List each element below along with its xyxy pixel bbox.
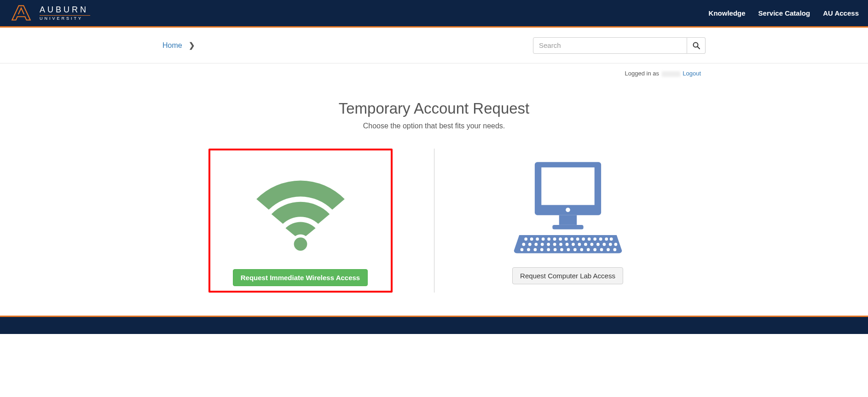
svg-point-53	[607, 248, 610, 251]
svg-point-34	[584, 242, 587, 246]
svg-point-51	[593, 248, 596, 251]
svg-point-27	[540, 242, 544, 246]
brand-name: AUBURN	[40, 6, 90, 14]
breadcrumb: Home ❯	[162, 41, 195, 50]
search	[533, 37, 706, 54]
search-input[interactable]	[533, 37, 687, 54]
svg-point-52	[600, 248, 603, 251]
svg-point-5	[566, 207, 570, 212]
svg-point-40	[520, 248, 523, 251]
svg-point-41	[527, 248, 530, 251]
header: AUBURN UNIVERSITY Knowledge Service Cata…	[0, 0, 868, 28]
subheader: Home ❯	[0, 28, 868, 63]
svg-point-44	[547, 248, 550, 251]
page-title: Temporary Account Request	[172, 100, 696, 117]
svg-point-39	[614, 242, 617, 246]
nav-au-access[interactable]: AU Access	[823, 9, 859, 17]
svg-point-49	[580, 248, 583, 251]
svg-point-46	[560, 248, 563, 251]
brand-logo[interactable]: AUBURN UNIVERSITY	[9, 3, 90, 23]
breadcrumb-home[interactable]: Home	[162, 41, 182, 50]
request-lab-button[interactable]: Request Computer Lab Access	[512, 267, 623, 284]
svg-point-38	[608, 242, 612, 246]
search-icon	[693, 42, 700, 49]
svg-point-37	[602, 242, 606, 246]
search-button[interactable]	[687, 37, 706, 54]
svg-rect-4	[541, 167, 594, 205]
footer	[0, 316, 868, 334]
svg-point-9	[530, 237, 533, 241]
svg-point-54	[613, 248, 616, 251]
main-content: Temporary Account Request Choose the opt…	[162, 100, 706, 311]
svg-point-12	[547, 237, 550, 241]
svg-point-18	[582, 237, 585, 241]
option-computer-lab: Request Computer Lab Access	[476, 149, 660, 293]
auburn-logo-icon	[9, 3, 33, 23]
brand-subname: UNIVERSITY	[40, 17, 90, 21]
logout-link[interactable]: Logout	[683, 70, 701, 77]
option-wireless: Request Immediate Wireless Access	[208, 149, 393, 293]
svg-point-29	[553, 242, 556, 246]
svg-point-20	[593, 237, 596, 241]
svg-point-22	[605, 237, 608, 241]
options-row: Request Immediate Wireless Access	[172, 149, 696, 293]
brand-text: AUBURN UNIVERSITY	[40, 6, 90, 21]
svg-point-11	[541, 237, 544, 241]
svg-point-24	[522, 242, 525, 246]
svg-rect-7	[552, 224, 583, 229]
nav-service-catalog[interactable]: Service Catalog	[758, 9, 810, 17]
wifi-icon	[248, 155, 353, 261]
user-bar: Logged in as Logout	[162, 70, 706, 77]
svg-point-16	[570, 237, 573, 241]
svg-rect-6	[559, 215, 576, 224]
svg-point-26	[534, 242, 538, 246]
chevron-right-icon: ❯	[189, 41, 195, 50]
svg-line-1	[697, 46, 700, 49]
svg-point-17	[576, 237, 579, 241]
svg-point-47	[567, 248, 570, 251]
svg-point-35	[590, 242, 593, 246]
svg-point-15	[564, 237, 567, 241]
svg-point-36	[596, 242, 600, 246]
svg-point-25	[528, 242, 531, 246]
svg-point-30	[559, 242, 562, 246]
request-wireless-button[interactable]: Request Immediate Wireless Access	[233, 269, 368, 286]
svg-point-48	[573, 248, 577, 251]
svg-point-31	[565, 242, 568, 246]
svg-point-32	[572, 242, 575, 246]
svg-point-2	[294, 237, 307, 251]
svg-point-19	[587, 237, 590, 241]
svg-point-13	[553, 237, 556, 241]
svg-point-21	[599, 237, 602, 241]
svg-point-23	[609, 237, 613, 241]
svg-point-28	[547, 242, 550, 246]
computer-icon	[510, 153, 625, 259]
svg-point-14	[559, 237, 562, 241]
nav-knowledge[interactable]: Knowledge	[709, 9, 746, 17]
page-subtitle: Choose the option that best fits your ne…	[172, 122, 696, 130]
logged-in-label: Logged in as	[625, 70, 661, 77]
svg-point-50	[586, 248, 590, 251]
svg-point-33	[578, 242, 581, 246]
svg-point-43	[540, 248, 543, 251]
top-nav: Knowledge Service Catalog AU Access	[709, 9, 859, 17]
svg-point-45	[553, 248, 556, 251]
username-redacted	[662, 71, 680, 77]
svg-point-10	[536, 237, 539, 241]
svg-point-42	[533, 248, 537, 251]
vertical-divider	[434, 149, 434, 293]
svg-point-8	[524, 237, 527, 241]
